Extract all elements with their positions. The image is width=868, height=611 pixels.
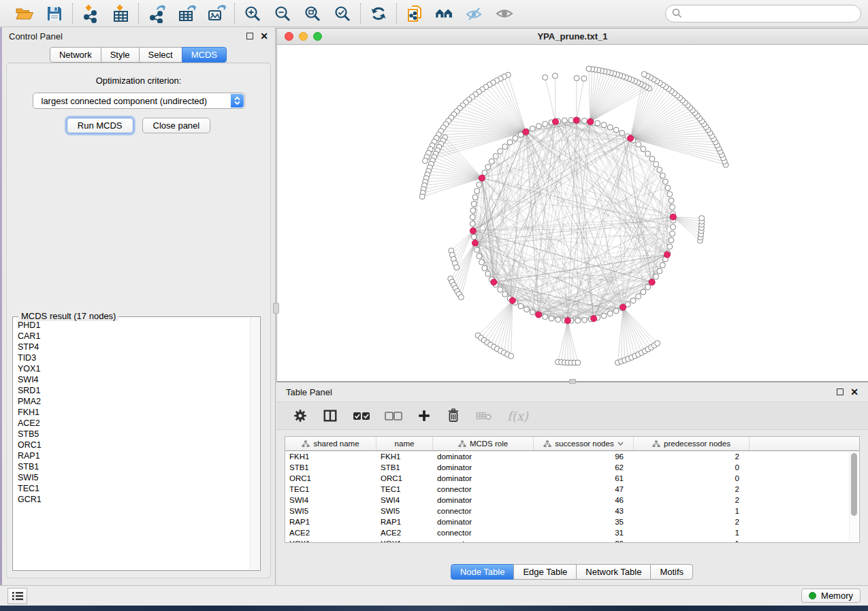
tab-style[interactable]: Style: [101, 47, 140, 63]
hide-selected-button[interactable]: [464, 3, 485, 24]
network-canvas[interactable]: [277, 46, 868, 381]
export-table-button[interactable]: [176, 3, 197, 24]
network-window: YPA_prune.txt_1: [276, 28, 868, 382]
column-header-shared-name[interactable]: shared name: [285, 437, 376, 450]
zoom-out-icon: [274, 5, 291, 22]
column-header-successor-nodes[interactable]: successor nodes: [534, 437, 634, 450]
mcds-list-scrollbar[interactable]: [250, 318, 259, 569]
network-graph[interactable]: [277, 46, 868, 381]
float-panel-icon[interactable]: [837, 389, 843, 395]
search-input[interactable]: [686, 7, 854, 19]
close-window-button[interactable]: [285, 32, 293, 41]
mcds-result-item[interactable]: RAP1: [14, 450, 248, 461]
maximize-window-button[interactable]: [313, 32, 322, 41]
table-settings-button[interactable]: [293, 408, 308, 423]
node-table: shared name name MCDS role: [285, 436, 860, 543]
table-cell: 2: [634, 484, 750, 495]
table-row[interactable]: STB1STB1dominator620: [285, 462, 848, 473]
mcds-result-item[interactable]: STP4: [14, 342, 248, 352]
show-hidden-button[interactable]: [494, 3, 515, 24]
export-table-icon: [178, 4, 196, 23]
table-panel-title: Table Panel: [286, 387, 332, 397]
show-columns-button[interactable]: [322, 408, 338, 423]
table-row[interactable]: ACE2ACE2connector311: [285, 527, 848, 538]
table-scrollbar[interactable]: [849, 452, 858, 541]
mcds-result-item[interactable]: PHD1: [14, 320, 248, 331]
mcds-result-item[interactable]: STB5: [14, 429, 248, 440]
table-cell: YOX1: [376, 538, 433, 542]
tab-network-table[interactable]: Network Table: [576, 564, 651, 580]
first-neighbors-button[interactable]: [434, 3, 455, 24]
table-row[interactable]: ORC1ORC1dominator610: [285, 473, 848, 484]
table-row[interactable]: TEC1TEC1connector472: [285, 484, 848, 495]
zoom-in-button[interactable]: [242, 3, 263, 24]
task-history-button[interactable]: [7, 588, 27, 604]
duplicate-network-button[interactable]: [404, 3, 425, 24]
mcds-result-item[interactable]: SWI5: [14, 472, 248, 483]
tab-edge-table[interactable]: Edge Table: [513, 564, 577, 580]
table-cell: 2: [634, 495, 750, 506]
minimize-window-button[interactable]: [299, 32, 308, 41]
close-panel-icon[interactable]: ✕: [260, 33, 268, 39]
apply-layout-button[interactable]: [368, 3, 389, 24]
create-column-button[interactable]: [417, 408, 432, 423]
criterion-dropdown[interactable]: largest connected component (undirected): [33, 93, 245, 109]
deselect-all-columns-button[interactable]: [385, 410, 402, 421]
table-cell: dominator: [433, 462, 534, 473]
mcds-result-item[interactable]: SRD1: [14, 385, 248, 396]
memory-button[interactable]: Memory: [801, 589, 861, 603]
table-row[interactable]: FKH1FKH1dominator962: [285, 451, 848, 462]
zoom-fit-button[interactable]: [302, 3, 323, 24]
tab-select[interactable]: Select: [139, 47, 182, 63]
control-panel-titlebar: Control Panel ✕: [2, 27, 275, 45]
open-session-button[interactable]: [14, 3, 35, 24]
mcds-result-item[interactable]: ORC1: [14, 440, 248, 450]
tab-motifs[interactable]: Motifs: [650, 564, 693, 580]
mcds-result-list: PHD1CAR1STP4TID3YOX1SWI4SRD1PMA2FKH1ACE2…: [14, 320, 248, 569]
column-header-predecessor-nodes[interactable]: predecessor nodes: [634, 437, 750, 450]
select-all-columns-button[interactable]: [353, 410, 370, 421]
save-session-button[interactable]: [44, 3, 65, 24]
export-image-button[interactable]: [206, 3, 227, 24]
zoom-out-button[interactable]: [272, 3, 293, 24]
mcds-result-item[interactable]: ACE2: [14, 418, 248, 429]
delete-column-button[interactable]: [446, 408, 461, 424]
vertical-splitter-handle[interactable]: [273, 303, 279, 314]
table-row[interactable]: SWI4SWI4dominator462: [285, 495, 848, 506]
table-toolbar: f(x): [276, 401, 868, 430]
mcds-result-item[interactable]: YOX1: [14, 363, 248, 374]
mcds-result-item[interactable]: TID3: [14, 352, 248, 363]
mcds-result-item[interactable]: GCR1: [14, 494, 248, 505]
trash-icon: [446, 408, 461, 424]
mcds-result-item[interactable]: TEC1: [14, 483, 248, 494]
run-mcds-button[interactable]: Run MCDS: [67, 118, 133, 133]
close-panel-icon[interactable]: ✕: [850, 389, 858, 395]
export-network-button[interactable]: [146, 3, 167, 24]
import-table-button[interactable]: [110, 3, 131, 24]
zoom-selected-button[interactable]: [332, 3, 353, 24]
horizontal-splitter-handle[interactable]: [569, 379, 576, 384]
column-label: successor nodes: [555, 440, 613, 448]
tab-network[interactable]: Network: [50, 47, 101, 63]
export-image-icon: [207, 4, 226, 23]
table-row[interactable]: SWI5SWI5connector431: [285, 506, 848, 516]
close-panel-button[interactable]: Close panel: [142, 118, 211, 133]
table-scrollbar-thumb[interactable]: [851, 453, 857, 516]
tab-node-table[interactable]: Node Table: [451, 564, 515, 580]
function-builder-button-disabled: f(x): [507, 409, 528, 423]
column-header-name[interactable]: name: [376, 437, 433, 450]
tab-mcds[interactable]: MCDS: [182, 47, 227, 63]
mcds-result-item[interactable]: CAR1: [14, 331, 248, 342]
float-panel-icon[interactable]: [246, 33, 253, 39]
mcds-result-item[interactable]: SWI4: [14, 374, 248, 385]
mcds-result-item[interactable]: STB1: [14, 461, 248, 472]
control-panel-tabs: Network Style Select MCDS: [2, 47, 275, 63]
table-row[interactable]: YOX1YOX1connector291: [285, 538, 848, 542]
mcds-result-item[interactable]: PMA2: [14, 396, 248, 407]
search-field[interactable]: [665, 5, 861, 22]
mcds-result-item[interactable]: FKH1: [14, 407, 248, 418]
table-tabs: Node Table Edge Table Network Table Moti…: [276, 564, 868, 580]
column-header-mcds-role[interactable]: MCDS role: [433, 437, 534, 450]
table-row[interactable]: RAP1RAP1dominator352: [285, 516, 848, 527]
import-network-button[interactable]: [80, 3, 101, 24]
